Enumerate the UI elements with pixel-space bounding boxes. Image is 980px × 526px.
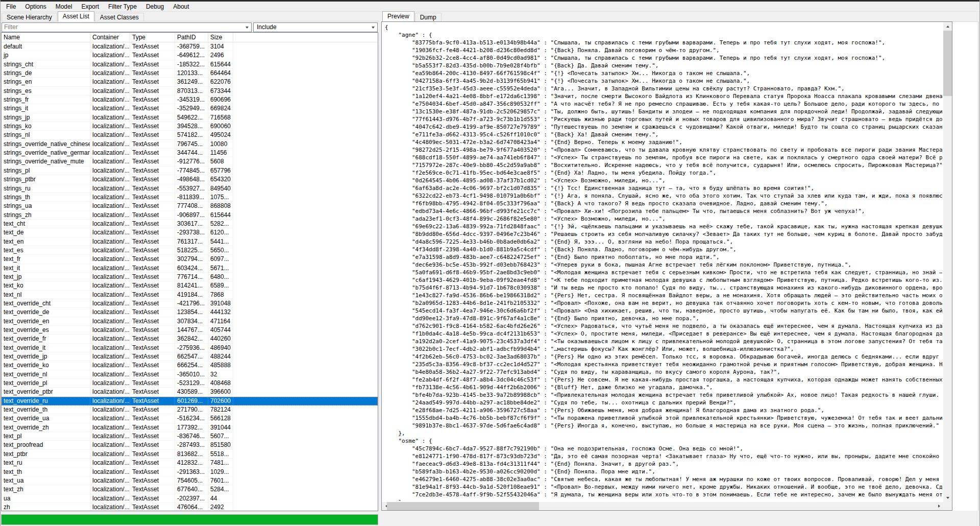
column-header-name[interactable]: Name — [2, 33, 90, 42]
menu-item-export[interactable]: Export — [77, 2, 104, 12]
column-header-container[interactable]: Container — [90, 33, 130, 42]
table-row[interactable]: text_nllocalization/...TextAsset419184..… — [2, 291, 378, 299]
filter-mode-combobox[interactable]: Include — [253, 22, 378, 32]
table-cell: TextAsset — [130, 255, 175, 264]
table-cell: localization/... — [90, 326, 130, 334]
table-row[interactable]: text_override_kolocalization/...TextAsse… — [2, 361, 378, 370]
scroll-down-icon[interactable] — [943, 493, 952, 502]
table-row[interactable]: text_override_thlocalization/...TextAsse… — [2, 405, 378, 414]
table-row[interactable]: defaultlocalization/...TextAsset-368759.… — [2, 42, 378, 51]
table-cell: TextAsset — [130, 388, 175, 396]
table-row[interactable]: strings_itlocalization/...TextAsset-3529… — [2, 104, 378, 113]
horizontal-scrollbar-thumb[interactable] — [387, 502, 539, 510]
table-cell: strings_ua — [2, 202, 90, 210]
table-cell: localization/... — [90, 60, 130, 69]
table-row[interactable]: text_override_itlocalization/...TextAsse… — [2, 344, 378, 352]
tab-scene-hierarchy[interactable]: Scene Hierarchy — [2, 13, 57, 21]
table-cell: -421796... — [175, 299, 208, 308]
tab-preview[interactable]: Preview — [382, 11, 414, 21]
table-row[interactable]: text_zhlocalization/...TextAsset677640..… — [2, 485, 378, 494]
menu-item-filter-type[interactable]: Filter Type — [104, 2, 141, 12]
scroll-up-icon[interactable] — [943, 22, 952, 31]
filter-combobox[interactable] — [2, 22, 252, 32]
table-row[interactable]: strings_ptbrlocalization/...TextAsset-49… — [2, 175, 378, 184]
tab-asset-classes[interactable]: Asset Classes — [95, 13, 144, 21]
table-cell: 601269... — [175, 397, 208, 405]
table-row[interactable]: text_ualocalization/...TextAsset754605..… — [2, 476, 378, 485]
table-row[interactable]: zhlocalization/...TextAsset476064...2492 — [2, 503, 378, 511]
table-row[interactable]: text_override_enlocalization/...TextAsse… — [2, 317, 378, 326]
table-row[interactable]: text_pllocalization/...TextAsset-836746.… — [2, 432, 378, 441]
table-row[interactable]: text_override_eslocalization/...TextAsse… — [2, 326, 378, 334]
table-row[interactable]: text_proofreadlocalization/...TextAsset-… — [2, 441, 378, 449]
table-row[interactable]: text_override_ualocalization/...TextAsse… — [2, 414, 378, 423]
vertical-scrollbar[interactable] — [943, 22, 952, 502]
table-row[interactable]: strings_override_native_germanlocalizati… — [2, 149, 378, 157]
table-row[interactable]: text_override_frlocalization/...TextAsse… — [2, 334, 378, 343]
table-cell: 574182... — [175, 131, 208, 139]
table-cell: 5650... — [208, 246, 233, 255]
table-cell: 5671... — [208, 264, 233, 273]
menu-item-debug[interactable]: Debug — [141, 2, 168, 12]
menu-item-file[interactable]: File — [2, 2, 20, 12]
column-header-type[interactable]: Type — [130, 33, 175, 42]
table-row[interactable]: strings_zhlocalization/...TextAsset-9068… — [2, 211, 378, 220]
table-row[interactable]: text_override_zhlocalization/...TextAsse… — [2, 423, 378, 432]
table-row[interactable]: strings_override_native_mutelocalization… — [2, 157, 378, 166]
table-row[interactable]: text_kolocalization/...TextAsset814241..… — [2, 281, 378, 290]
table-row[interactable]: strings_thlocalization/...TextAsset-8118… — [2, 193, 378, 202]
table-row[interactable]: text_ptbrlocalization/...TextAsset813682… — [2, 450, 378, 459]
column-header-pathid[interactable]: PathID — [175, 33, 208, 42]
table-row[interactable]: text_enlocalization/...TextAsset761317..… — [2, 237, 378, 246]
chevron-down-icon[interactable] — [246, 27, 249, 29]
table-cell: 7481... — [208, 459, 233, 467]
table-row[interactable]: strings_ualocalization/...TextAsset77740… — [2, 202, 378, 210]
table-row[interactable]: text_thlocalization/...TextAsset-291363.… — [2, 468, 378, 476]
asset-table-header: NameContainerTypePathIDSize — [2, 33, 378, 42]
table-row[interactable]: strings_enlocalization/...TextAsset36124… — [2, 78, 378, 86]
table-row[interactable]: strings_jplocalization/...TextAsset54962… — [2, 113, 378, 122]
chevron-down-icon[interactable] — [372, 27, 375, 29]
table-row[interactable]: text_override_nllocalization/...TextAsse… — [2, 370, 378, 379]
table-row[interactable]: text_override_delocalization/...TextAsse… — [2, 308, 378, 317]
table-row[interactable]: strings_rulocalization/...TextAsset-5539… — [2, 184, 378, 193]
table-row[interactable]: strings_pllocalization/...TextAsset-7748… — [2, 166, 378, 175]
table-row[interactable]: text_eslocalization/...TextAsset518225..… — [2, 246, 378, 255]
table-row[interactable]: text_itlocalization/...TextAsset603424..… — [2, 264, 378, 273]
table-row[interactable]: strings_eslocalization/...TextAsset87031… — [2, 87, 378, 95]
table-row[interactable]: jplocalization/...TextAsset-649612...249… — [2, 51, 378, 60]
table-row[interactable]: ualocalization/...TextAsset-202397...44 — [2, 494, 378, 503]
table-row[interactable]: strings_delocalization/...TextAsset12013… — [2, 69, 378, 78]
scroll-right-icon[interactable] — [935, 502, 943, 510]
table-row[interactable]: text_delocalization/...TextAsset-293738.… — [2, 228, 378, 237]
menu-item-options[interactable]: Options — [20, 2, 51, 12]
tab-dump[interactable]: Dump — [415, 13, 442, 21]
table-row[interactable]: text_jplocalization/...TextAsset776714..… — [2, 273, 378, 281]
table-row[interactable]: text_frlocalization/...TextAsset302794..… — [2, 255, 378, 264]
table-row[interactable]: text_rulocalization/...TextAsset412832..… — [2, 459, 378, 467]
table-row[interactable]: strings_nllocalization/...TextAsset57418… — [2, 131, 378, 139]
table-row[interactable]: text_chtlocalization/...TextAsset303617.… — [2, 220, 378, 228]
column-header-size[interactable]: Size — [208, 33, 233, 42]
menu-item-about[interactable]: About — [168, 2, 193, 12]
table-row[interactable]: text_override_jplocalization/...TextAsse… — [2, 352, 378, 361]
table-cell: text_override_de — [2, 308, 90, 317]
table-row[interactable]: text_override_pllocalization/...TextAsse… — [2, 379, 378, 388]
vertical-scrollbar-thumb[interactable] — [943, 31, 952, 96]
table-cell: text_es — [2, 246, 90, 255]
horizontal-scrollbar[interactable] — [382, 502, 943, 510]
table-row[interactable]: strings_override_native_chineselocalizat… — [2, 140, 378, 149]
table-cell: text_zh — [2, 485, 90, 494]
tab-asset-list[interactable]: Asset List — [58, 11, 94, 21]
table-row[interactable]: text_override_ptbrlocalization/...TextAs… — [2, 388, 378, 396]
table-row[interactable]: text_override_chtlocalization/...TextAss… — [2, 299, 378, 308]
menu-item-model[interactable]: Model — [51, 2, 77, 12]
table-row[interactable]: strings_kolocalization/...TextAsset39452… — [2, 122, 378, 131]
table-row[interactable]: strings_frlocalization/...TextAsset-3453… — [2, 95, 378, 104]
filter-input[interactable] — [2, 23, 243, 31]
table-row[interactable]: strings_chtlocalization/...TextAsset-185… — [2, 60, 378, 69]
table-row[interactable]: text_override_rulocalization/...TextAsse… — [2, 397, 378, 405]
table-cell: TextAsset — [130, 237, 175, 246]
table-cell: TextAsset — [130, 450, 175, 459]
preview-json-text[interactable]: { "agne" : { "83775bfa-9cf0-413a-b513-e0… — [385, 23, 942, 501]
